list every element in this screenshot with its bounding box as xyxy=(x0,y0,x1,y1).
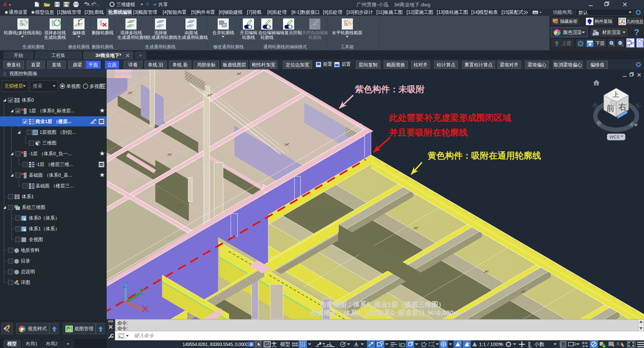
svg-text:WCS: WCS xyxy=(609,134,620,139)
svg-text:右: 右 xyxy=(619,102,627,111)
svg-text:A: A xyxy=(2,1,7,8)
svg-text:当前楼层：体系0_1层(体系0_标准层1)_H=0.000m: 当前楼层：体系0_1层(体系0_标准层1)_H=0.000m xyxy=(310,309,460,316)
svg-text:板: 板 xyxy=(249,342,254,347)
svg-text:当前视图：体系0_商业1层（楼层三维图）: 当前视图：体系0_商业1层（楼层三维图） xyxy=(320,301,445,308)
svg-text:紫色构件：未吸附: 紫色构件：未吸附 xyxy=(355,84,425,94)
svg-text:上: 上 xyxy=(612,91,619,98)
svg-text:此处需要补充虚梁形成围闭区域: 此处需要补充虚梁形成围闭区域 xyxy=(389,113,511,123)
svg-text:[-][东南等轴测][概念]: [-][东南等轴测][概念] xyxy=(109,71,148,76)
svg-text:黄色构件：吸附在通用轮廓线: 黄色构件：吸附在通用轮廓线 xyxy=(428,151,541,161)
svg-text:共享: 共享 xyxy=(158,2,168,7)
svg-text:三维建模: 三维建模 xyxy=(116,2,135,7)
svg-text:并且要吸附在轮廓线: 并且要吸附在轮廓线 xyxy=(389,127,468,137)
